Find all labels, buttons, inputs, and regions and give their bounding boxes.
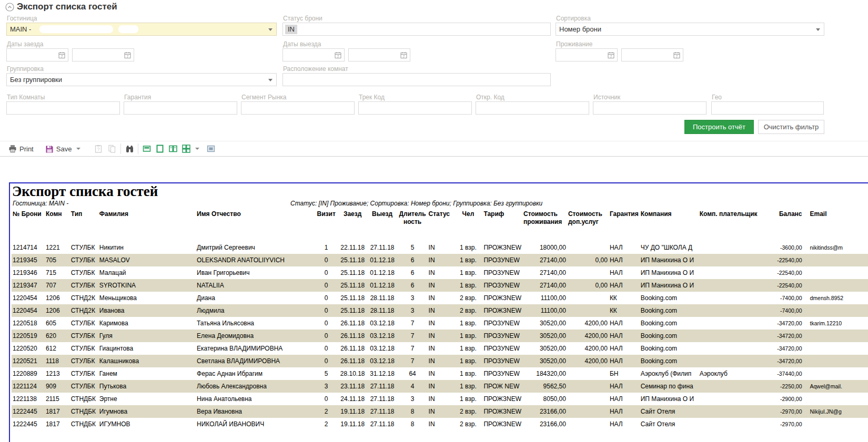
source-input[interactable]	[593, 101, 706, 115]
room-type[interactable]	[10, 104, 108, 112]
table-cell: 4200,00	[567, 355, 609, 367]
table-cell: 28.10.18	[338, 367, 367, 380]
calendar-icon[interactable]: 7	[673, 52, 680, 60]
table-cell: -7400,00	[776, 292, 803, 304]
calendar-icon[interactable]: 7	[58, 52, 65, 60]
table-row: 12204541206СТНД2КМеньщиковаДиана025.11.1…	[12, 292, 868, 304]
table-cell: 1220521	[12, 355, 45, 367]
view-multiple-pages-button[interactable]	[182, 145, 199, 153]
table-cell: СТНДБК	[70, 418, 98, 430]
table-cell: 2 взр.	[454, 405, 483, 418]
clear-filter-button[interactable]: Очистить фильтр	[758, 120, 824, 134]
guarantee-input[interactable]	[124, 101, 237, 115]
table-row: 1219345705СТУЛБКMASALOVOLEKSANDR ANATOLI…	[12, 254, 868, 266]
view-facing-button[interactable]	[143, 145, 151, 153]
page-width-button[interactable]	[207, 145, 215, 153]
room-location[interactable]	[286, 76, 539, 84]
table-cell: 8	[398, 405, 428, 418]
calendar-icon[interactable]: 7	[124, 52, 131, 60]
save-label: Save	[56, 145, 72, 153]
table-row: 1220520612СТУЛБКГиацинтоваЕкатерина ВЛАД…	[12, 342, 868, 355]
search-button[interactable]	[125, 145, 134, 153]
table-cell: 26.11.18	[338, 317, 367, 330]
geo[interactable]	[715, 104, 812, 112]
toolbar-separator	[120, 143, 121, 154]
calendar-icon[interactable]: 7	[335, 52, 341, 60]
arrival-date-from-input[interactable]: 7	[6, 48, 68, 61]
table-cell: OLEKSANDR ANATOLIIYVICH	[196, 254, 315, 266]
table-cell: Аэроклуб	[699, 367, 776, 380]
table-cell: СТНДБК	[70, 393, 98, 405]
arrival-date-to[interactable]	[76, 51, 122, 59]
stay-date-to-input[interactable]: 7	[621, 48, 683, 61]
table-cell: 31.12.18	[367, 367, 398, 380]
view-single-page-button[interactable]	[156, 145, 164, 153]
column-header: Стоимость доп.услуг	[567, 210, 609, 229]
table-cell: -7400,00	[776, 304, 803, 317]
table-cell: 3	[315, 380, 338, 393]
table-cell: 1213	[45, 367, 70, 380]
arrival-date-from[interactable]	[10, 51, 56, 59]
table-cell: Эртне	[98, 393, 196, 405]
calendar-icon[interactable]: 7	[608, 52, 614, 60]
table-cell: 7	[398, 317, 428, 330]
table-cell: 23166,00	[522, 418, 567, 430]
status-tag[interactable]: IN	[285, 25, 297, 34]
arrival-date-to-input[interactable]: 7	[72, 48, 134, 61]
table-cell: Ганем	[98, 367, 196, 380]
column-header: Выезд	[367, 210, 398, 229]
booking-status-field[interactable]: IN	[282, 23, 551, 36]
table-cell: ПРОЖЗNEW	[482, 405, 522, 418]
open-code[interactable]	[479, 104, 577, 112]
table-cell: 27.11.18	[367, 418, 398, 430]
geo-input[interactable]	[711, 101, 824, 115]
table-cell: НАЛ	[609, 355, 640, 367]
build-report-button[interactable]: Построить отчёт	[684, 120, 754, 134]
stay-date-from-input[interactable]: 7	[556, 48, 618, 61]
table-cell: -2970,00	[776, 418, 803, 430]
source[interactable]	[597, 104, 694, 112]
hotel-select[interactable]: MAIN -	[6, 23, 277, 36]
table-cell: IN	[428, 266, 454, 279]
parameters-button-disabled: ?	[94, 145, 103, 153]
room-location-input[interactable]	[282, 73, 551, 86]
table-cell: 6	[398, 266, 428, 279]
document-copy-icon	[108, 145, 116, 153]
print-button[interactable]: Print	[8, 145, 34, 153]
column-header: Статус	[428, 210, 454, 229]
sort-select[interactable]: Номер брони	[556, 23, 824, 36]
svg-text:7: 7	[337, 55, 339, 58]
view-two-pages-button[interactable]	[169, 145, 177, 153]
column-header: Комп. плательщик	[699, 210, 776, 229]
departure-date-from[interactable]	[286, 51, 332, 59]
market-segment-input[interactable]	[241, 101, 355, 115]
save-button[interactable]: Save	[45, 145, 81, 153]
collapse-panel-icon[interactable]	[5, 3, 14, 11]
two-pages-icon	[169, 145, 177, 153]
guarantee[interactable]	[127, 104, 225, 112]
stay-date-from[interactable]	[559, 51, 605, 59]
room-type-input[interactable]	[6, 101, 120, 115]
grouping-select[interactable]: Без группировки	[6, 73, 277, 86]
departure-date-to-input[interactable]: 7	[348, 48, 410, 61]
track-code-input[interactable]	[358, 101, 472, 115]
open-code-input[interactable]	[476, 101, 589, 115]
departure-date-to[interactable]	[352, 51, 398, 59]
market-segment[interactable]	[245, 104, 342, 112]
hotel-label: Гостиница	[7, 15, 37, 22]
table-cell: 11100,00	[522, 292, 567, 304]
svg-text:?: ?	[97, 147, 100, 152]
track-code[interactable]	[362, 104, 460, 112]
toolbar-separator	[138, 143, 138, 154]
table-cell: 2115	[45, 393, 70, 405]
departure-date-from-input[interactable]: 7	[282, 48, 345, 61]
table-cell: -3600,00	[776, 241, 803, 254]
calendar-icon[interactable]: 7	[400, 52, 407, 60]
single-page-icon	[156, 145, 164, 153]
table-cell	[803, 304, 868, 317]
table-cell: 4200,00	[567, 342, 609, 355]
table-cell: Дмитрий Сергеевич	[196, 241, 315, 254]
stay-date-to[interactable]	[625, 51, 671, 59]
table-cell: 705	[45, 254, 70, 266]
table-cell	[699, 266, 776, 279]
